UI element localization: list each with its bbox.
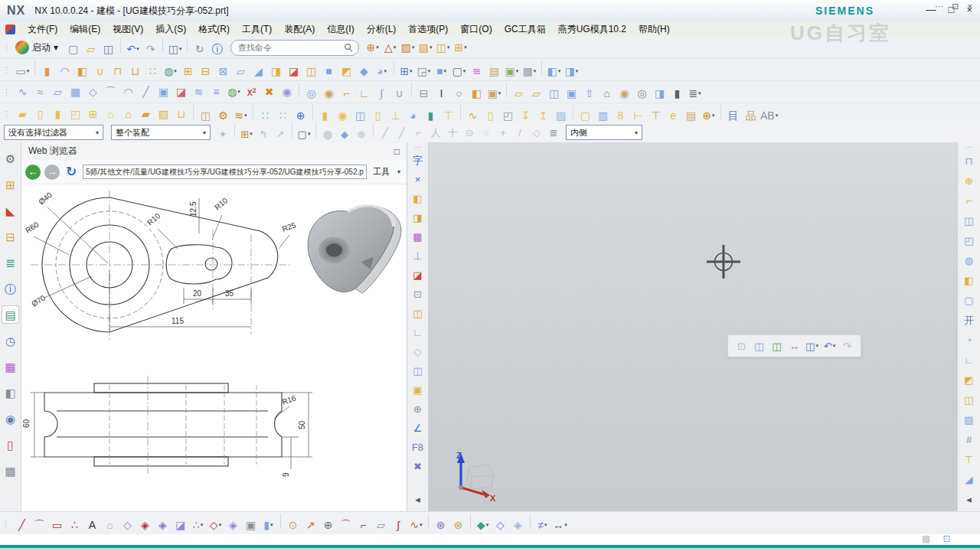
menu-item-13[interactable]: 帮助(H) xyxy=(632,24,676,34)
joggle-icon[interactable]: ∫ xyxy=(374,85,390,102)
snap-circle-icon[interactable]: ○ xyxy=(479,125,494,140)
mesh-plate-icon[interactable]: ▨ xyxy=(553,107,569,124)
round-pocket-icon[interactable]: ▢ xyxy=(961,292,977,308)
prism-icon[interactable]: ◆ xyxy=(356,63,372,80)
registration-icon[interactable]: 目 xyxy=(725,107,741,124)
striped-plate-icon[interactable]: ▥ xyxy=(595,107,611,124)
hd3d-tool-icon[interactable]: ⓘ xyxy=(2,280,18,297)
wave-curve-icon[interactable]: ∫ xyxy=(390,517,407,533)
dimple-icon[interactable]: ∪ xyxy=(391,85,407,102)
mold-frame-icon[interactable]: ⊞ xyxy=(85,106,101,122)
compass-icon[interactable]: ⊕▾ xyxy=(701,107,717,124)
layer-stack-icon[interactable]: ▣ xyxy=(564,85,580,102)
refresh-button[interactable]: ↻ xyxy=(64,165,79,180)
law-extension-icon[interactable]: ╱ xyxy=(138,83,154,100)
section-view-icon[interactable]: ◧▾ xyxy=(546,63,562,80)
sketch-diamond-icon[interactable]: ◇ xyxy=(410,344,426,360)
ruled-icon[interactable]: ▱ xyxy=(50,83,66,100)
block-set-icon[interactable]: 品 xyxy=(743,107,759,124)
address-bar[interactable] xyxy=(83,165,367,179)
expressions-icon[interactable]: x² xyxy=(243,83,260,100)
move-face-icon[interactable]: ⊕ xyxy=(292,107,309,124)
hide-component-icon[interactable]: ▨▾ xyxy=(400,39,416,56)
grid-preview-icon[interactable]: ▦ xyxy=(920,533,933,545)
web-browser-icon[interactable]: ▤ xyxy=(2,306,18,323)
solid-box-icon[interactable]: ◧ xyxy=(410,191,426,207)
show-hide-icon[interactable]: ▤ xyxy=(486,63,502,80)
extrude-icon[interactable]: ▮ xyxy=(39,63,55,80)
n-sided-icon[interactable]: ◇ xyxy=(85,83,101,100)
menu-item-4[interactable]: 格式(R) xyxy=(192,24,236,34)
tube-icon[interactable]: ◎ xyxy=(303,85,319,102)
history-icon[interactable]: ◷ xyxy=(2,332,18,349)
offset-surface-icon[interactable]: ▣ xyxy=(155,83,172,100)
rendering-style-icon[interactable]: ≋ xyxy=(469,63,485,80)
forward-button[interactable]: → xyxy=(44,165,60,180)
bolt-tee-icon[interactable]: ⊥ xyxy=(387,107,403,124)
gear-unit-icon[interactable]: ⚙ xyxy=(215,107,231,124)
open-frame-icon[interactable]: 开 xyxy=(961,311,977,328)
menu-item-2[interactable]: 视图(V) xyxy=(106,24,149,34)
mirror-curve-icon[interactable]: ▣ xyxy=(243,517,259,533)
combine-projection-icon[interactable]: ⊕ xyxy=(320,517,336,533)
highlight-all-icon[interactable]: ✦ xyxy=(215,126,230,142)
redo-quick-icon[interactable]: ↷ xyxy=(839,337,855,354)
screw-up-icon[interactable]: ↥ xyxy=(535,107,551,124)
green-pillar-icon[interactable]: ▮ xyxy=(423,107,439,124)
angle-bracket-icon[interactable]: ∟ xyxy=(961,351,977,368)
boss-icon[interactable]: ⊔ xyxy=(127,63,143,80)
menu-item-5[interactable]: 工具(T) xyxy=(236,24,278,34)
pattern-points-icon[interactable]: ∷ xyxy=(145,63,161,80)
window-pair-icon[interactable]: ◫ xyxy=(410,363,426,380)
visualization-scene-icon[interactable]: ▩ xyxy=(2,462,18,479)
solid-box-2-icon[interactable]: ◨ xyxy=(410,210,426,227)
text-style-icon[interactable]: 字 xyxy=(410,152,426,169)
mold-halves-icon[interactable]: ◫ xyxy=(961,212,977,229)
select-add-icon[interactable]: ⊞▾ xyxy=(239,126,254,142)
double-column-icon[interactable]: ◫ xyxy=(352,107,368,124)
background-icon[interactable]: ▩▾ xyxy=(521,63,537,80)
edge-flange-icon[interactable]: ⌐ xyxy=(961,192,977,209)
pillar-icon[interactable]: ▮ xyxy=(317,107,333,124)
redo-icon[interactable]: ↷ xyxy=(142,41,158,57)
part-stack-icon[interactable]: ▣ xyxy=(410,382,426,399)
e-plate-icon[interactable]: e xyxy=(665,107,681,124)
trimmed-sheet-icon[interactable]: ◪ xyxy=(173,83,189,100)
f8-plane-icon[interactable]: F8 xyxy=(410,439,426,456)
cavity-icon[interactable]: ∪ xyxy=(92,63,108,80)
shell-icon[interactable]: ◧ xyxy=(74,63,90,80)
corner-rect-icon[interactable]: ⌐ xyxy=(355,517,371,533)
search-input[interactable] xyxy=(237,42,344,53)
draft-icon[interactable]: ◠ xyxy=(57,63,73,80)
menu-item-10[interactable]: 窗口(O) xyxy=(454,24,498,34)
start-button[interactable]: 启动 ▾ xyxy=(15,41,58,54)
combine-icon[interactable]: ◫ xyxy=(303,63,319,80)
window-mode-icon[interactable]: ⊡ xyxy=(733,337,750,354)
section-plate-icon[interactable]: ◫ xyxy=(410,305,426,322)
flag-feature-icon[interactable]: ◨ xyxy=(268,63,284,80)
offset-shade-icon[interactable]: ◈ xyxy=(510,517,526,533)
export-slide-icon[interactable]: ◨ xyxy=(652,85,668,102)
window-preview-icon[interactable]: ⊡ xyxy=(940,533,953,545)
show-component-icon[interactable]: ▧▾ xyxy=(417,39,433,56)
ab-label-icon[interactable]: AB▾ xyxy=(760,107,778,124)
wedge-plate-icon[interactable]: ◢ xyxy=(961,471,977,487)
subtract-icon[interactable]: ⊟ xyxy=(198,63,214,80)
move-component-icon[interactable]: ⊕▾ xyxy=(364,39,381,56)
tee-slot-icon[interactable]: ⊤ xyxy=(440,107,456,124)
menu-item-9[interactable]: 首选项(P) xyxy=(402,24,454,34)
sphere-icon[interactable]: ◕▾ xyxy=(374,63,390,80)
edit-display-icon[interactable]: ⊥ xyxy=(410,248,426,265)
ejector-pin-icon[interactable]: ▯ xyxy=(32,106,48,122)
sheet-body-icon[interactable]: ▱ xyxy=(233,63,249,80)
load-options-icon[interactable]: ▱ xyxy=(528,85,544,102)
rotate-object-icon[interactable]: ↻ xyxy=(191,41,207,57)
overlap-squares-icon[interactable]: ▣▾ xyxy=(486,85,502,102)
open-part-icon[interactable]: ▱ xyxy=(511,85,527,102)
save-quick-icon[interactable]: ◫▾ xyxy=(804,337,820,354)
flag-insert-icon[interactable]: ◧ xyxy=(961,272,977,289)
info-window-icon[interactable]: ⓘ xyxy=(209,41,225,57)
menu-item-11[interactable]: GC工具箱 xyxy=(498,24,552,34)
marquee-icon[interactable]: ▢▾ xyxy=(296,126,312,142)
process-studio-icon[interactable]: ◧ xyxy=(2,384,18,401)
